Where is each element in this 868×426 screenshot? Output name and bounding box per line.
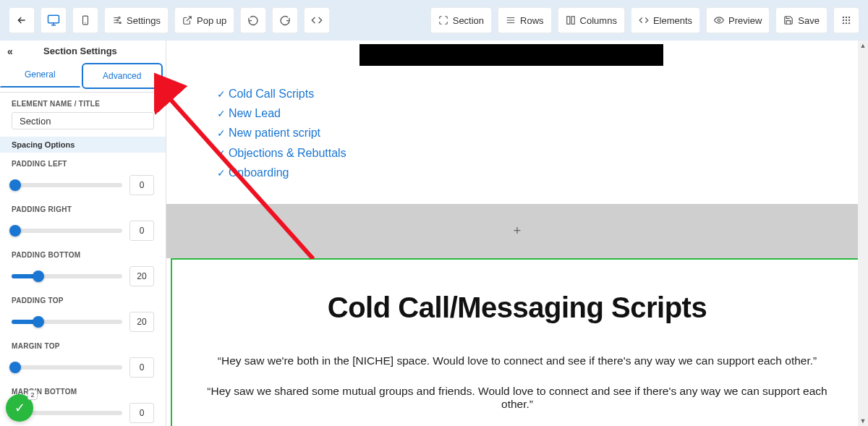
section-label: Section — [453, 15, 484, 26]
slider-label: PADDING LEFT — [12, 160, 154, 168]
settings-label: Settings — [127, 15, 161, 26]
save-label: Save — [798, 15, 820, 26]
arrow-left-icon — [16, 14, 27, 26]
svg-point-2 — [119, 17, 120, 18]
slider-value[interactable]: 0 — [129, 403, 154, 423]
elements-icon — [639, 15, 649, 25]
slider-track[interactable] — [12, 229, 122, 233]
slider-padding-top: PADDING TOP 20 — [0, 289, 166, 335]
section-heading: Cold Call/Messaging Scripts — [201, 291, 833, 324]
selected-section[interactable]: Cold Call/Messaging Scripts “Hey saw we'… — [171, 258, 864, 426]
slider-label: PADDING TOP — [12, 297, 154, 304]
sidebar: « Section Settings General Advanced ELEM… — [0, 41, 166, 426]
back-button[interactable] — [9, 7, 35, 33]
slider-value[interactable]: 20 — [129, 312, 154, 332]
svg-rect-6 — [571, 17, 574, 25]
apps-button[interactable] — [833, 7, 859, 33]
grid-icon — [841, 15, 851, 25]
check-list-item[interactable]: New Lead — [217, 103, 817, 123]
svg-point-16 — [848, 22, 850, 24]
script-line-1: “Hey saw we're both in the [NICHE] space… — [201, 354, 833, 367]
slider-thumb[interactable] — [33, 316, 44, 328]
slider-thumb[interactable] — [9, 225, 21, 237]
top-toolbar: Settings Pop up Section Rows Columns Ele… — [0, 0, 868, 41]
rows-button[interactable]: Rows — [498, 7, 552, 33]
redo-icon — [279, 14, 291, 26]
spacing-header: Spacing Options — [0, 137, 166, 153]
element-name-input[interactable] — [12, 112, 154, 129]
elements-label: Elements — [653, 15, 692, 26]
slider-padding-left: PADDING LEFT 0 — [0, 153, 166, 198]
svg-point-13 — [848, 20, 850, 21]
svg-point-7 — [718, 19, 720, 22]
columns-label: Columns — [580, 15, 617, 26]
save-icon — [783, 15, 793, 25]
undo-button[interactable] — [240, 7, 266, 33]
eye-icon — [714, 15, 724, 25]
tab-advanced[interactable]: Advanced — [82, 63, 163, 89]
plus-icon: + — [514, 223, 522, 239]
content-list-section[interactable]: Cold Call ScriptsNew LeadNew patient scr… — [166, 48, 868, 204]
mobile-icon — [80, 14, 90, 27]
svg-point-8 — [843, 17, 844, 18]
add-section-band[interactable]: + — [166, 204, 868, 258]
slider-label: PADDING RIGHT — [12, 205, 154, 213]
check-list-item[interactable]: New patient script — [217, 123, 817, 142]
rows-label: Rows — [520, 15, 544, 26]
slider-track[interactable] — [12, 183, 122, 187]
element-name-label: ELEMENT NAME / TITLE — [0, 93, 166, 112]
preview-button[interactable]: Preview — [706, 7, 770, 33]
canvas: Cold Call ScriptsNew LeadNew patient scr… — [166, 41, 868, 426]
slider-thumb[interactable] — [33, 270, 44, 282]
slider-thumb[interactable] — [9, 362, 21, 373]
sidebar-title: Section Settings — [43, 46, 117, 56]
undo-icon — [247, 14, 259, 26]
slider-track[interactable] — [12, 274, 122, 278]
columns-icon — [566, 15, 576, 25]
vertical-scrollbar[interactable]: ▲ ▼ — [858, 41, 868, 426]
device-mobile-button[interactable] — [72, 7, 98, 33]
check-list-item[interactable]: Objections & Rebuttals — [217, 143, 817, 163]
scroll-up-icon[interactable]: ▲ — [858, 41, 868, 51]
svg-point-9 — [846, 17, 847, 18]
section-button[interactable]: Section — [430, 7, 492, 33]
columns-button[interactable]: Columns — [558, 7, 625, 33]
slider-track[interactable] — [12, 365, 122, 370]
sidebar-header: « Section Settings — [0, 41, 166, 61]
svg-rect-5 — [566, 17, 569, 25]
slider-value[interactable]: 20 — [129, 266, 154, 286]
slider-value[interactable]: 0 — [129, 175, 154, 195]
device-desktop-button[interactable] — [41, 7, 67, 33]
slider-track[interactable] — [12, 320, 122, 324]
code-button[interactable] — [304, 7, 330, 33]
redo-button[interactable] — [272, 7, 298, 33]
svg-point-10 — [848, 17, 850, 18]
scroll-down-icon[interactable]: ▼ — [858, 416, 868, 426]
check-list-item[interactable]: Onboarding — [217, 163, 817, 182]
save-button[interactable]: Save — [775, 7, 827, 33]
popup-button[interactable]: Pop up — [174, 7, 234, 33]
check-list-item[interactable]: Cold Call Scripts — [217, 84, 817, 103]
svg-point-11 — [843, 20, 844, 21]
check-list: Cold Call ScriptsNew LeadNew patient scr… — [217, 84, 817, 182]
collapse-sidebar-icon[interactable]: « — [7, 46, 13, 57]
slider-padding-right: PADDING RIGHT 0 — [0, 198, 166, 244]
script-line-2: “Hey saw we shared some mutual groups an… — [201, 385, 833, 411]
external-icon — [182, 15, 192, 25]
slider-label: PADDING BOTTOM — [12, 251, 154, 259]
elements-button[interactable]: Elements — [631, 7, 700, 33]
slider-value[interactable]: 0 — [129, 357, 154, 378]
notification-count: 2 — [27, 390, 38, 400]
slider-thumb[interactable] — [9, 179, 21, 191]
slider-value[interactable]: 0 — [129, 221, 154, 241]
settings-button[interactable]: Settings — [104, 7, 169, 33]
tab-general[interactable]: General — [0, 61, 80, 88]
sidebar-tabs: General Advanced — [0, 61, 166, 93]
svg-rect-0 — [48, 15, 59, 23]
svg-point-4 — [119, 22, 121, 23]
popup-label: Pop up — [197, 15, 226, 26]
preview-label: Preview — [728, 15, 762, 26]
svg-point-15 — [846, 22, 847, 24]
slider-padding-bottom: PADDING BOTTOM 20 — [0, 244, 166, 289]
slider-label: MARGIN TOP — [12, 342, 154, 350]
